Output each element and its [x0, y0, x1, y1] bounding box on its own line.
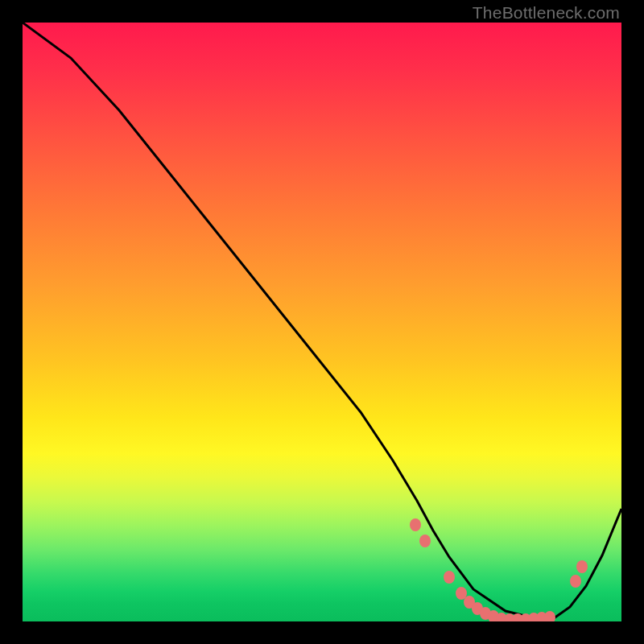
watermark-text: TheBottleneck.com [473, 3, 620, 23]
marker-dot [410, 518, 421, 531]
chart-frame: TheBottleneck.com [0, 0, 644, 644]
marker-dot [544, 611, 555, 621]
marker-dot [570, 575, 581, 588]
marker-dot [444, 571, 455, 584]
bottleneck-curve [23, 23, 621, 619]
marker-dot [419, 535, 431, 547]
chart-svg [23, 23, 621, 621]
marker-dot [576, 560, 588, 573]
plot-area [23, 23, 621, 621]
